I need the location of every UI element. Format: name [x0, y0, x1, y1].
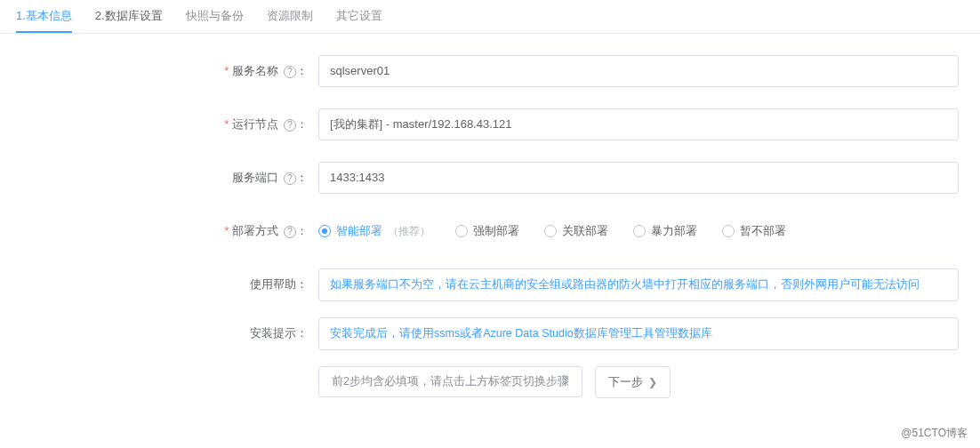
tab-bar: 1.基本信息 2.数据库设置 快照与备份 资源限制 其它设置	[0, 0, 980, 34]
help-icon[interactable]: ?	[284, 66, 296, 78]
chevron-right-icon: ❯	[648, 376, 657, 388]
footer-bar: 前2步均含必填项，请点击上方标签页切换步骤 下一步❯	[318, 366, 980, 398]
next-button[interactable]: 下一步❯	[595, 366, 671, 398]
service-name-input[interactable]	[318, 55, 959, 87]
help-icon[interactable]: ?	[284, 226, 296, 238]
form-basic-info: 服务名称 ?： 运行节点 ?： 服务端口 ?： 部署方式 ?： 智能部署（推荐）…	[0, 34, 980, 420]
tab-basic-info[interactable]: 1.基本信息	[16, 0, 72, 33]
radio-link-deploy[interactable]: 关联部署	[544, 215, 608, 247]
help-icon[interactable]: ?	[284, 119, 296, 132]
usage-help-text: 如果服务端口不为空，请在云主机商的安全组或路由器的防火墙中打开相应的服务端口，否…	[318, 268, 959, 301]
help-icon[interactable]: ?	[284, 172, 296, 185]
step-hint: 前2步均含必填项，请点击上方标签页切换步骤	[318, 366, 582, 397]
radio-skip-deploy[interactable]: 暂不部署	[722, 215, 786, 247]
radio-dot-icon	[455, 225, 468, 237]
label-install-tip: 安装提示：	[0, 317, 318, 349]
tab-snapshot-backup[interactable]: 快照与备份	[186, 0, 244, 33]
row-service-port: 服务端口 ?：	[0, 162, 980, 194]
label-deploy-mode: 部署方式 ?：	[0, 215, 318, 247]
row-deploy-mode: 部署方式 ?： 智能部署（推荐） 强制部署 关联部署 暴力部署 暂不部署	[0, 215, 980, 247]
radio-brute-deploy[interactable]: 暴力部署	[633, 215, 697, 247]
radio-dot-icon	[633, 225, 646, 237]
radio-dot-icon	[544, 225, 557, 237]
run-node-input[interactable]	[318, 108, 959, 140]
service-port-input[interactable]	[318, 162, 959, 194]
tab-resource-limit[interactable]: 资源限制	[267, 0, 313, 33]
row-install-tip: 安装提示： 安装完成后，请使用ssms或者Azure Data Studio数据…	[0, 317, 980, 350]
radio-dot-icon	[722, 225, 735, 237]
radio-force-deploy[interactable]: 强制部署	[455, 215, 519, 247]
radio-dot-icon	[318, 225, 331, 237]
label-service-name: 服务名称 ?：	[0, 55, 318, 87]
row-service-name: 服务名称 ?：	[0, 55, 980, 87]
row-run-node: 运行节点 ?：	[0, 108, 980, 140]
watermark: @51CTO博客	[901, 426, 968, 441]
label-service-port: 服务端口 ?：	[0, 162, 318, 194]
install-tip-text: 安装完成后，请使用ssms或者Azure Data Studio数据库管理工具管…	[318, 317, 959, 350]
radio-smart-deploy[interactable]: 智能部署（推荐）	[318, 215, 430, 247]
deploy-mode-radio-group: 智能部署（推荐） 强制部署 关联部署 暴力部署 暂不部署	[318, 215, 786, 247]
tab-other-settings[interactable]: 其它设置	[336, 0, 382, 33]
row-usage-help: 使用帮助： 如果服务端口不为空，请在云主机商的安全组或路由器的防火墙中打开相应的…	[0, 268, 980, 301]
tab-db-settings[interactable]: 2.数据库设置	[95, 0, 163, 33]
label-usage-help: 使用帮助：	[0, 268, 318, 300]
label-run-node: 运行节点 ?：	[0, 108, 318, 140]
